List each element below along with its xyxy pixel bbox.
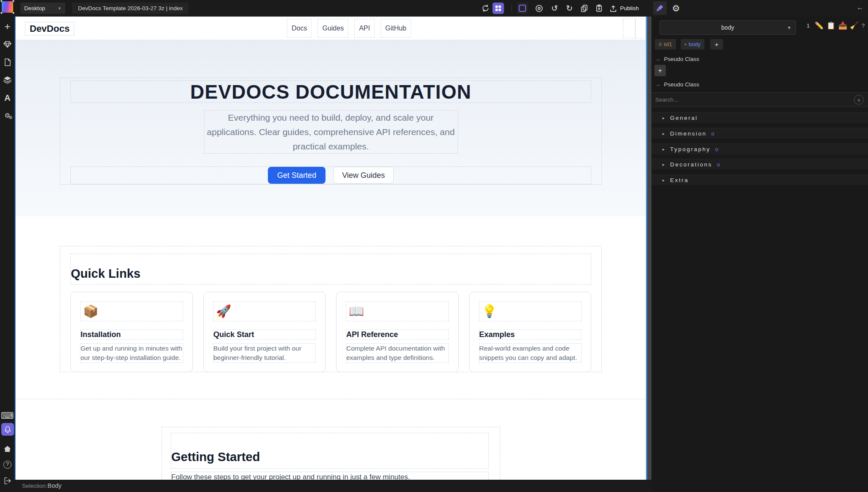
card-desc-block[interactable]: Get up and running in minutes with our s… — [80, 343, 183, 363]
hero-subtitle-block[interactable]: Everything you need to build, deploy, an… — [204, 110, 458, 154]
view-guides-button[interactable]: View Guides — [333, 167, 394, 184]
card-title[interactable]: Quick Start — [214, 330, 316, 339]
card-icon-block[interactable]: 💡 — [479, 301, 582, 321]
getting-started-section[interactable]: Getting Started Follow these steps to ge… — [16, 399, 646, 480]
settings-tab[interactable]: ⚙ — [669, 1, 683, 15]
back-arrow-button[interactable]: ← — [857, 3, 864, 12]
empty-nav-element[interactable] — [635, 19, 646, 38]
card-title[interactable]: API Reference — [346, 330, 448, 339]
help-button[interactable]: ? — [0, 458, 15, 471]
getting-started-subtitle-block[interactable]: Follow these steps to get your project u… — [171, 472, 489, 480]
layers-button[interactable] — [0, 73, 15, 87]
section-dimension[interactable]: ▸ Dimension o — [651, 128, 868, 139]
design-assets-button[interactable] — [0, 38, 15, 51]
tag-chip[interactable]: ● body — [681, 39, 704, 50]
empty-nav-element[interactable] — [623, 19, 635, 38]
grid-view-button[interactable] — [492, 3, 504, 14]
hero-buttons-row[interactable]: Get Started View Guides — [70, 166, 591, 184]
redo-button[interactable]: ↻ — [564, 3, 575, 14]
card-title[interactable]: Installation — [81, 330, 183, 339]
add-pseudo-class-button[interactable]: + — [654, 65, 666, 76]
editor-canvas[interactable]: DevDocs Docs Guides API GitHub DEVDOCS D… — [16, 17, 646, 480]
copy-button[interactable] — [579, 3, 590, 14]
canvas-scrollbar[interactable] — [647, 17, 651, 480]
getting-started-heading[interactable]: Getting Started — [171, 433, 488, 464]
getting-started-subtitle[interactable]: Follow these steps to get your project u… — [171, 472, 488, 480]
pseudo-class-header[interactable]: →Pseudo Class — [655, 81, 699, 88]
nav-link-guides[interactable]: Guides — [317, 19, 348, 38]
add-selector-button[interactable]: + — [710, 39, 723, 50]
card-description[interactable]: Complete API documentation with examples… — [346, 344, 448, 362]
site-brand[interactable]: DevDocs — [25, 22, 74, 36]
hero-section[interactable]: DEVDOCS DOCUMENTATION Everything you nee… — [16, 40, 646, 216]
section-general[interactable]: ▸ General — [651, 112, 868, 124]
clear-search-button[interactable]: x — [854, 95, 864, 105]
preview-button[interactable] — [533, 3, 545, 14]
selector-dropdown[interactable]: body ▼ — [659, 20, 796, 35]
getting-started-container[interactable]: Getting Started Follow these steps to ge… — [161, 427, 500, 480]
section-label: General — [670, 115, 698, 121]
app-logo[interactable] — [2, 1, 13, 13]
symbols-button[interactable]: ⚙ ⚙ — [0, 109, 15, 122]
card-title-block[interactable]: Installation — [80, 329, 183, 340]
card-desc-block[interactable]: Build your first project with our beginn… — [213, 343, 316, 363]
quick-links-heading-block[interactable]: Quick Links — [70, 254, 591, 285]
shortcuts-button[interactable]: ⌨ — [0, 409, 15, 423]
site-navbar[interactable]: DevDocs Docs Guides API GitHub — [16, 17, 646, 40]
id-chip[interactable]: # ivl1 — [655, 39, 676, 50]
getting-started-heading-block[interactable]: Getting Started — [171, 433, 489, 469]
broom-icon[interactable]: 🧹 — [850, 21, 859, 30]
card-title-block[interactable]: API Reference — [346, 329, 449, 340]
edit-pencil-icon[interactable]: ✏️ — [815, 21, 823, 30]
card-desc-block[interactable]: Real-world examples and code snippets yo… — [479, 343, 582, 363]
hero-title[interactable]: DEVDOCS DOCUMENTATION — [71, 81, 591, 103]
card-icon-block[interactable]: 🚀 — [213, 301, 316, 321]
card-icon-block[interactable]: 📖 — [346, 301, 449, 321]
card-title-block[interactable]: Examples — [479, 329, 582, 340]
home-icon — [3, 445, 11, 453]
card-icon-block[interactable]: 📦 — [80, 301, 183, 321]
nav-link-api[interactable]: API — [354, 19, 375, 38]
card-quick-start[interactable]: 🚀 Quick Start Build your first project w… — [203, 292, 326, 372]
section-decorations[interactable]: ▸ Decorations o — [651, 159, 868, 170]
card-description[interactable]: Build your first project with our beginn… — [214, 344, 316, 362]
logout-button[interactable] — [0, 474, 15, 487]
hero-title-block[interactable]: DEVDOCS DOCUMENTATION — [70, 80, 591, 103]
card-api-reference[interactable]: 📖 API Reference Complete API documentati… — [336, 292, 459, 372]
quick-links-heading[interactable]: Quick Links — [71, 254, 591, 281]
card-description[interactable]: Get up and running in minutes with our s… — [81, 344, 183, 362]
get-started-button[interactable]: Get Started — [268, 167, 326, 184]
card-description[interactable]: Real-world examples and code snippets yo… — [479, 344, 581, 362]
help-icon[interactable]: ? — [862, 22, 865, 29]
quick-links-container[interactable]: Quick Links 📦 Installation Get up and ru… — [60, 246, 602, 372]
home-button[interactable] — [0, 442, 15, 456]
card-desc-block[interactable]: Complete API documentation with examples… — [346, 343, 449, 363]
card-title-block[interactable]: Quick Start — [213, 329, 316, 340]
card-examples[interactable]: 💡 Examples Real-world examples and code … — [469, 292, 592, 372]
hero-subtitle[interactable]: Everything you need to build, deploy, an… — [204, 111, 457, 154]
section-typography[interactable]: ▸ Typography o — [651, 144, 868, 155]
style-manager-tab[interactable] — [653, 1, 667, 15]
notifications-button[interactable] — [1, 423, 14, 436]
card-installation[interactable]: 📦 Installation Get up and running in min… — [70, 292, 193, 372]
quick-links-section[interactable]: Quick Links 📦 Installation Get up and ru… — [16, 216, 646, 399]
pages-button[interactable] — [0, 55, 15, 69]
paste-button[interactable] — [593, 3, 605, 14]
section-extra[interactable]: ▸ Extra — [651, 174, 868, 186]
outline-toggle-button[interactable] — [517, 3, 528, 14]
sync-button[interactable] — [480, 3, 491, 14]
typography-button[interactable]: A — [0, 91, 15, 105]
nav-link-github[interactable]: GitHub — [381, 19, 411, 38]
publish-button[interactable]: Publish — [609, 2, 639, 15]
clipboard-icon[interactable]: 📋 — [826, 21, 835, 30]
inbox-icon[interactable]: 📥 — [838, 21, 847, 30]
pseudo-class-header[interactable]: →Pseudo Class — [655, 56, 699, 62]
card-title[interactable]: Examples — [479, 330, 581, 339]
nav-link-docs[interactable]: Docs — [287, 19, 312, 38]
undo-button[interactable]: ↺ — [549, 3, 560, 14]
add-element-button[interactable]: + — [0, 20, 15, 33]
style-search-input[interactable] — [651, 97, 854, 103]
canvas-left-resizer[interactable] — [15, 17, 16, 480]
hero-container[interactable]: DEVDOCS DOCUMENTATION Everything you nee… — [60, 77, 602, 185]
device-selector[interactable]: Desktop ▼ — [20, 3, 65, 14]
